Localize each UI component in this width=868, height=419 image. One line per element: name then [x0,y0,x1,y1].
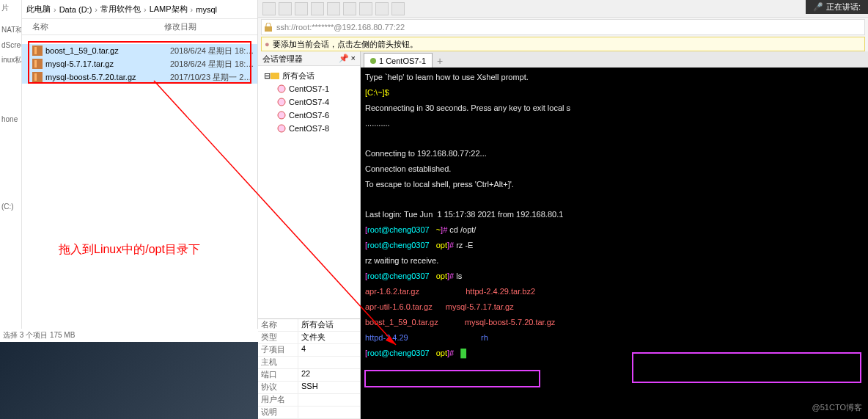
explorer-tree-sidebar[interactable]: 片 NAT和I dScree inux私房 hone (C:) [0,0,22,329]
toolbar-button[interactable] [311,2,324,15]
tree-root[interactable]: ⊟ 所有会话 [261,69,357,82]
watermark: @51CTO博客 [812,402,862,413]
tree-item[interactable]: CentOS7-1 [261,82,357,95]
session-manager-panel[interactable]: 会话管理器 📌 × ⊟ 所有会话 CentOS7-1 CentOS7-4 Cen… [258,51,361,419]
tree-item[interactable]: CentOS7-8 [261,122,357,135]
toolbar-button[interactable] [327,2,340,15]
svg-rect-6 [265,26,272,32]
desktop-wallpaper [0,342,258,419]
svg-point-9 [278,98,285,106]
session-tree[interactable]: ⊟ 所有会话 CentOS7-1 CentOS7-4 CentOS7-6 Cen… [258,66,360,318]
breadcrumb-item[interactable]: Data (D:) [59,5,92,14]
lock-icon [265,23,273,32]
minus-icon: ⊟ [264,71,271,81]
svg-point-11 [278,125,285,132]
toolbar-button[interactable] [359,2,372,15]
archive-icon [32,45,43,56]
archive-icon [32,59,43,69]
breadcrumb-item[interactable]: 此电脑 [26,4,51,15]
toolbar-button[interactable] [375,2,389,15]
file-row[interactable]: mysql-boost-5.7.20.tar.gz 2017/10/23 星期一… [22,70,257,84]
svg-point-8 [278,85,285,92]
column-date[interactable]: 修改日期 [164,21,196,32]
xshell-window: ssh://root:*******@192.168.80.77:22 ● 要添… [258,0,868,419]
breadcrumb[interactable]: 此电脑› Data (D:)› 常用软件包› LAMP架构› mysql [22,0,257,19]
svg-rect-7 [271,73,279,79]
toolbar-button[interactable] [279,2,292,15]
tab-centos[interactable]: 1 CentOS7-1 [364,53,433,68]
svg-rect-2 [32,59,43,69]
info-icon: ● [265,40,270,48]
session-icon [277,84,286,93]
xshell-addressbar[interactable]: ssh://root:*******@192.168.80.77:22 [261,19,865,35]
explorer-statusbar: 选择 3 个项目 175 MB [0,329,258,342]
session-properties: 名称所有会话 类型文件夹 子项目4 主机 端口22 协议SSH 用户名 说明 [258,318,360,419]
terminal[interactable]: Type `help' to learn how to use Xshell p… [361,68,868,419]
session-icon [277,124,286,133]
svg-rect-5 [34,73,37,81]
tab-strip[interactable]: 1 CentOS7-1 + [361,51,868,68]
svg-rect-4 [32,72,43,82]
archive-icon [32,72,43,82]
toolbar-button[interactable] [343,2,356,15]
sidebar-frag: (C:) [0,200,21,214]
status-dot-icon [370,58,376,64]
file-row[interactable]: mysql-5.7.17.tar.gz 2018/6/24 星期日 18:… [22,57,257,70]
breadcrumb-item[interactable]: mysql [196,5,217,14]
tab-add-button[interactable]: + [433,54,447,68]
sidebar-frag: hone [0,112,21,126]
xshell-tipbar: ● 要添加当前会话，点击左侧的箭头按钮。 [261,37,865,51]
folder-icon [271,71,279,80]
svg-rect-3 [34,60,37,68]
file-row[interactable]: boost_1_59_0.tar.gz 2018/6/24 星期日 18:… [22,44,257,57]
breadcrumb-item[interactable]: LAMP架构 [150,4,188,15]
toolbar-button[interactable] [391,2,405,15]
sidebar-frag: inux私房 [0,52,21,68]
svg-rect-1 [34,47,37,54]
svg-rect-0 [32,45,43,56]
toolbar-button[interactable] [262,2,276,15]
tree-item[interactable]: CentOS7-4 [261,95,357,109]
filelist-header[interactable]: 名称 修改日期 [22,19,257,35]
terminal-area: 1 CentOS7-1 + Type `help' to learn how t… [361,51,868,419]
sidebar-frag: dScree [0,38,21,52]
session-manager-title: 会话管理器 📌 × [258,51,360,66]
column-name[interactable]: 名称 [32,21,164,32]
toolbar-button[interactable] [295,2,308,15]
speaker-badge: 🎤 正在讲话: [806,0,868,14]
annotation-text: 拖入到Linux中的/opt目录下 [59,242,200,258]
breadcrumb-item[interactable]: 常用软件包 [100,4,141,15]
sidebar-frag: 片 [0,0,21,16]
file-explorer: 片 NAT和I dScree inux私房 hone (C:) 此电脑› Dat… [0,0,258,329]
xshell-toolbar[interactable] [258,0,868,18]
mic-icon: 🎤 [813,2,823,12]
pin-icon[interactable]: 📌 × [339,54,356,63]
svg-point-10 [278,112,285,119]
sidebar-frag: NAT和I [0,22,21,38]
session-icon [277,111,286,120]
tree-item[interactable]: CentOS7-6 [261,109,357,122]
session-icon [277,98,286,106]
